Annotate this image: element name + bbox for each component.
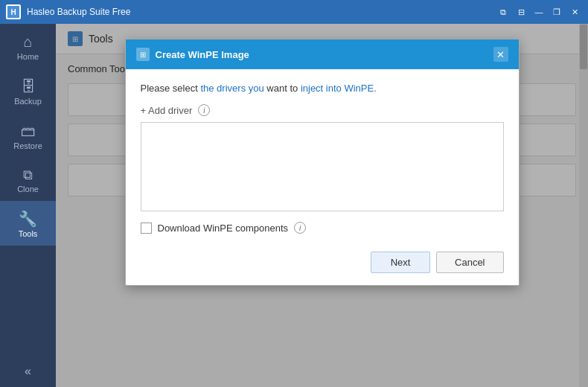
window-controls: ⧉ ⊟ — ❒ ✕ [496,4,582,19]
sidebar: ⌂ Home 🗄 Backup 🗃 Restore ⧉ Clone 🔧 Tool… [0,24,56,387]
extra-btn-2[interactable]: ⊟ [514,4,528,19]
next-button[interactable]: Next [371,252,430,273]
add-driver-button[interactable]: + Add driver [141,105,193,116]
sidebar-label-tools: Tools [19,229,38,238]
download-checkbox-label: Download WinPE components [158,223,289,234]
sidebar-item-restore[interactable]: 🗃 Restore [0,113,56,158]
tools-icon: 🔧 [19,211,37,226]
sidebar-label-clone: Clone [17,185,39,194]
dialog-title-text: Create WinPE Image [156,49,488,60]
sidebar-item-backup[interactable]: 🗄 Backup [0,68,56,113]
sidebar-label-restore: Restore [13,141,42,150]
sidebar-label-home: Home [17,52,39,61]
sidebar-item-tools[interactable]: 🔧 Tools [0,201,56,246]
dialog-body: Please select the drivers you want to in… [126,69,519,285]
add-driver-row: + Add driver i [141,104,504,116]
dialog-title-icon: ⊞ [136,48,150,61]
dialog-titlebar: ⊞ Create WinPE Image ✕ [126,39,519,69]
download-checkbox[interactable] [141,223,152,234]
app-title: Hasleo Backup Suite Free [27,7,496,17]
close-button[interactable]: ✕ [567,4,582,19]
dialog-footer: Next Cancel [141,249,504,273]
minimize-button[interactable]: — [531,4,546,19]
sidebar-label-backup: Backup [14,97,42,106]
download-row: Download WinPE components i [141,222,504,234]
sidebar-item-clone[interactable]: ⧉ Clone [0,158,56,201]
maximize-button[interactable]: ❒ [549,4,564,19]
sidebar-item-home[interactable]: ⌂ Home [0,24,56,68]
restore-icon: 🗃 [21,124,36,138]
dialog-close-button[interactable]: ✕ [493,47,508,62]
dialog-instruction: Please select the drivers you want to in… [141,83,504,94]
app-body: ⌂ Home 🗄 Backup 🗃 Restore ⧉ Clone 🔧 Tool… [0,24,588,387]
extra-btn-1[interactable]: ⧉ [496,4,511,19]
title-bar: H Hasleo Backup Suite Free ⧉ ⊟ — ❒ ✕ [0,0,588,24]
home-icon: ⌂ [23,34,32,49]
cancel-button[interactable]: Cancel [436,252,503,273]
download-info-icon[interactable]: i [294,222,306,234]
add-driver-info-icon[interactable]: i [198,104,210,116]
content-area: ⊞ Tools Common Tools Eme... ...nt Me... [56,24,588,387]
driver-list [141,122,504,211]
backup-icon: 🗄 [21,79,36,94]
sidebar-collapse-button[interactable]: « [0,356,56,387]
create-winpe-dialog: ⊞ Create WinPE Image ✕ Please select the… [125,39,520,286]
app-icon: H [6,4,21,19]
clone-icon: ⧉ [23,168,33,182]
dialog-overlay: ⊞ Create WinPE Image ✕ Please select the… [56,24,588,387]
